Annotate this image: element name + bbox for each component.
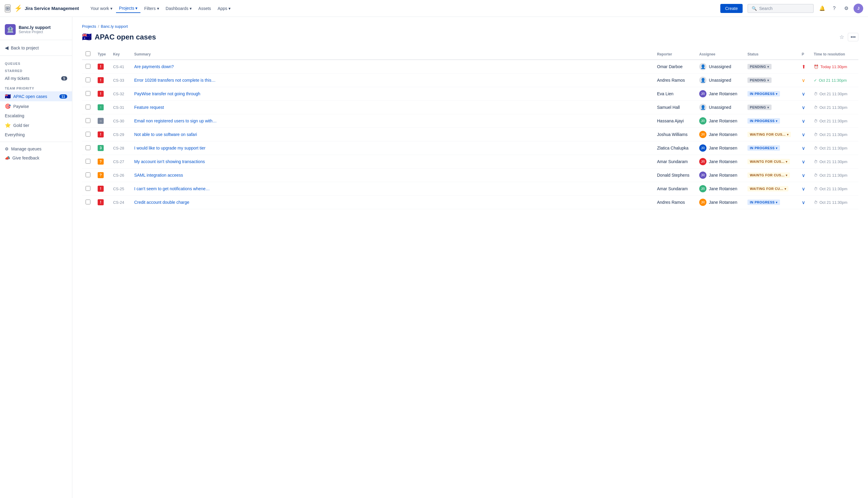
assignee-name: Jane Rotansen: [709, 159, 737, 164]
issue-summary-link[interactable]: Error 10208 transfers not complete is th…: [134, 78, 215, 82]
time-cell: ⏱Oct 21 11:30pm: [814, 105, 855, 110]
status-badge[interactable]: WAITING FOR CUS... ▾: [747, 132, 791, 137]
nav-filters[interactable]: Filters ▾: [141, 4, 162, 13]
priority-icon: ∨: [802, 118, 805, 123]
status-badge[interactable]: WAINTG FOR CUS... ▾: [747, 172, 790, 178]
issue-summary-link[interactable]: Are payments down?: [134, 64, 174, 69]
assignee-name: Jane Rotansen: [709, 186, 737, 191]
issue-summary-link[interactable]: Feature request: [134, 105, 164, 110]
time-value: Oct 21 11:30pm: [819, 105, 847, 110]
back-to-project-button[interactable]: ◀ Back to project: [0, 42, 72, 53]
nav-projects[interactable]: Projects ▾: [116, 4, 141, 13]
table-row: !CS-33Error 10208 transfers not complete…: [82, 74, 858, 87]
sidebar-item-gold-tier[interactable]: ⭐ Gold tier: [0, 120, 72, 130]
sidebar-item-everything[interactable]: Everything: [0, 130, 72, 139]
status-badge[interactable]: WAITING FOR CU... ▾: [747, 186, 788, 192]
give-feedback-button[interactable]: 📣 Give feedback: [0, 154, 72, 162]
time-value: Oct 21 11:30pm: [819, 159, 847, 164]
row-checkbox[interactable]: [85, 186, 90, 191]
row-checkbox[interactable]: [85, 91, 90, 96]
grid-icon[interactable]: ⊞: [5, 4, 11, 12]
row-checkbox[interactable]: [85, 78, 90, 82]
give-feedback-label: Give feedback: [12, 156, 39, 160]
issue-summary-link[interactable]: SAML integration acceess: [134, 173, 183, 178]
issue-summary-link[interactable]: Not able to use software on safari: [134, 132, 197, 137]
time-cell: ⏱Oct 21 11:30pm: [814, 200, 855, 205]
table-row: !CS-25I can't seem to get notifications …: [82, 182, 858, 196]
row-checkbox[interactable]: [85, 199, 90, 205]
status-chevron-icon: ▾: [776, 92, 778, 95]
breadcrumb-projects[interactable]: Projects: [82, 24, 96, 29]
row-checkbox[interactable]: [85, 172, 90, 177]
settings-icon[interactable]: ⚙: [841, 4, 851, 13]
sidebar: 🏦 Banc.ly support Service Project ◀ Back…: [0, 17, 72, 498]
issue-summary-link[interactable]: Credit account double charge: [134, 200, 189, 205]
row-checkbox[interactable]: [85, 105, 90, 109]
select-all-checkbox[interactable]: [85, 51, 90, 56]
manage-queues-button[interactable]: ⚙ Manage queues: [0, 144, 72, 154]
reporter-name: Hassana Ajayi: [657, 118, 684, 123]
status-chevron-icon: ▾: [767, 79, 769, 82]
notifications-icon[interactable]: 🔔: [817, 4, 827, 13]
nav-your-work[interactable]: Your work ▾: [88, 4, 116, 13]
sidebar-item-label: APAC open cases: [13, 94, 47, 99]
breadcrumb-project-name[interactable]: Banc.ly support: [101, 24, 128, 29]
status-badge[interactable]: PENDING ▾: [747, 64, 772, 69]
time-value: Oct 21 11:30pm: [819, 187, 847, 191]
priority-icon: ∨: [802, 105, 805, 110]
reporter-name: Eva Lien: [657, 91, 673, 96]
app-logo[interactable]: ⚡ Jira Service Management: [14, 4, 79, 12]
table-row: ?CS-26SAML integration acceessDonald Ste…: [82, 169, 858, 182]
row-checkbox[interactable]: [85, 145, 90, 150]
create-button[interactable]: Create: [720, 4, 743, 13]
status-badge[interactable]: IN PROGRESS ▾: [747, 118, 780, 123]
search-box[interactable]: 🔍 Search: [747, 4, 814, 13]
issue-summary-link[interactable]: I would like to upgrade my support tier: [134, 146, 205, 150]
time-cell: ⏱Oct 21 11:30pm: [814, 119, 855, 123]
issue-key: CS-41: [113, 65, 124, 69]
status-badge[interactable]: PENDING ▾: [747, 105, 772, 110]
status-chevron-icon: ▾: [786, 174, 788, 177]
row-checkbox[interactable]: [85, 118, 90, 123]
issue-summary-link[interactable]: Email non registered users to sign up wi…: [134, 118, 217, 123]
status-badge[interactable]: WAINTG FOR CUS... ▾: [747, 159, 790, 164]
time-value: Oct 21 11:30pm: [819, 132, 847, 137]
sidebar-item-apac-open-cases[interactable]: 🇦🇺 APAC open cases 11: [0, 91, 72, 101]
sidebar-item-escalating[interactable]: Escalating: [0, 111, 72, 120]
type-icon: !: [98, 199, 104, 205]
nav-apps[interactable]: Apps ▾: [215, 4, 233, 13]
star-button[interactable]: ☆: [838, 32, 845, 42]
manage-queues-label: Manage queues: [11, 146, 41, 151]
row-checkbox[interactable]: [85, 132, 90, 136]
nav-projects-label: Projects: [119, 6, 134, 11]
issue-key: CS-32: [113, 92, 124, 96]
project-info: Banc.ly support Service Project: [19, 25, 51, 34]
status-badge[interactable]: IN PROGRESS ▾: [747, 199, 780, 205]
issue-summary-link[interactable]: My account isn't showing transactions: [134, 159, 205, 164]
col-summary-header: Summary: [131, 49, 653, 60]
sidebar-item-paywise[interactable]: 🎯 Paywise: [0, 101, 72, 111]
status-badge[interactable]: IN PROGRESS ▾: [747, 145, 780, 151]
assignee-cell: JRJane Rotansen: [699, 185, 740, 192]
user-avatar[interactable]: J: [854, 4, 863, 13]
page-title-text: APAC open cases: [95, 33, 156, 41]
issue-summary-link[interactable]: I can't seem to get notifications whene…: [134, 186, 210, 191]
nav-dashboards[interactable]: Dashboards ▾: [163, 4, 195, 13]
status-badge[interactable]: IN PROGRESS ▾: [747, 91, 780, 96]
status-chevron-icon: ▾: [785, 187, 786, 191]
status-badge[interactable]: PENDING ▾: [747, 78, 772, 83]
type-icon: !: [98, 186, 104, 192]
time-cell: ⏰Today 11:30pm: [814, 65, 855, 69]
sidebar-divider: [0, 55, 72, 56]
row-checkbox[interactable]: [85, 64, 90, 69]
time-icon: ⏱: [814, 200, 818, 205]
help-icon[interactable]: ?: [829, 4, 839, 13]
nav-your-work-label: Your work: [90, 6, 109, 11]
sidebar-item-all-tickets[interactable]: All my tickets 5: [0, 74, 72, 83]
more-options-button[interactable]: •••: [848, 33, 858, 41]
nav-assets[interactable]: Assets: [195, 4, 214, 13]
issue-summary-link[interactable]: PayWise transfer not going through: [134, 91, 200, 96]
issue-key: CS-30: [113, 119, 124, 123]
assignee-name: Unassigned: [709, 105, 731, 110]
row-checkbox[interactable]: [85, 159, 90, 164]
